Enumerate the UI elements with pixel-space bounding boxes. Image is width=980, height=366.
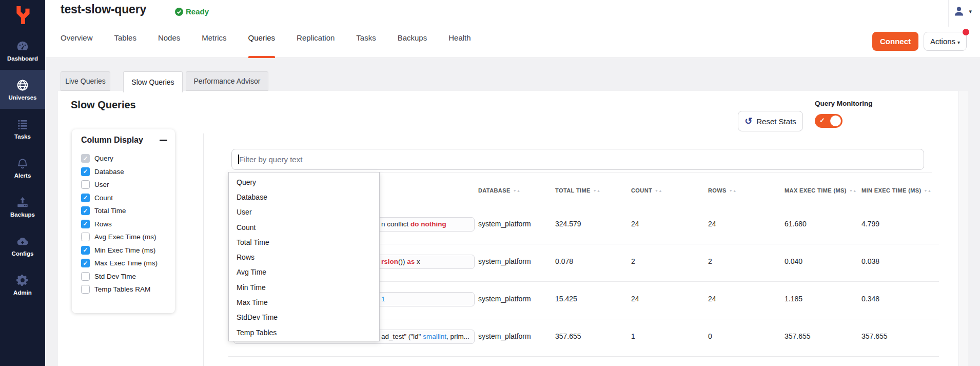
tab-tables[interactable]: Tables xyxy=(114,27,136,58)
cell-database: system_platform xyxy=(478,220,531,228)
checkbox[interactable] xyxy=(81,272,90,281)
query-monitoring-toggle[interactable]: ✓ xyxy=(815,114,842,128)
dropdown-item-stddev-time[interactable]: StdDev Time xyxy=(229,310,379,325)
checkbox[interactable] xyxy=(81,246,90,255)
column-header-database[interactable]: DATABASE▼▲ xyxy=(478,187,520,194)
dropdown-item-user[interactable]: User xyxy=(229,205,379,220)
connect-button[interactable]: Connect xyxy=(872,32,918,51)
column-checkbox-user[interactable]: User xyxy=(81,178,172,191)
query-text: rsion()) as x xyxy=(381,255,420,268)
tab-nodes[interactable]: Nodes xyxy=(158,27,180,58)
checkbox-label: Std Dev Time xyxy=(94,273,136,280)
sidebar-item-admin[interactable]: Admin xyxy=(0,265,45,304)
sidebar-item-label: Backups xyxy=(10,211,35,218)
collapse-icon[interactable] xyxy=(160,140,167,141)
checkbox[interactable] xyxy=(81,259,90,267)
column-checkbox-rows[interactable]: Rows xyxy=(81,218,172,231)
column-checkbox-count[interactable]: Count xyxy=(81,191,172,205)
sidebar-item-dashboard[interactable]: Dashboard xyxy=(0,31,45,70)
sidebar-item-configs[interactable]: Configs xyxy=(0,226,45,265)
column-header-count[interactable]: COUNT▼▲ xyxy=(631,187,662,194)
cell-min-exec-time: 357.655 xyxy=(861,332,888,340)
sort-icons: ▼▲ xyxy=(655,189,662,192)
column-checkbox-max-exec-time-ms[interactable]: Max Exec Time (ms) xyxy=(81,257,172,270)
dropdown-item-rows[interactable]: Rows xyxy=(229,249,379,264)
tab-overview[interactable]: Overview xyxy=(61,27,93,58)
checkbox[interactable] xyxy=(81,220,90,228)
checkbox[interactable] xyxy=(81,233,90,241)
cell-database: system_platform xyxy=(478,295,531,303)
tab-label: Backups xyxy=(398,33,427,42)
sort-icons: ▼▲ xyxy=(924,189,932,192)
dropdown-item-query[interactable]: Query xyxy=(229,175,379,189)
column-checkbox-temp-tables-ram[interactable]: Temp Tables RAM xyxy=(81,283,172,296)
column-checkbox-total-time[interactable]: Total Time xyxy=(81,204,172,218)
sidebar-item-universes[interactable]: Universes xyxy=(0,70,45,109)
subtab-slow-queries[interactable]: Slow Queries xyxy=(123,71,183,92)
column-header-label: MAX EXEC TIME (MS) xyxy=(785,187,847,194)
dropdown-item-min-time[interactable]: Min Time xyxy=(229,280,379,295)
row-separator xyxy=(228,356,939,357)
column-checkbox-min-exec-time-ms[interactable]: Min Exec Time (ms) xyxy=(81,244,172,257)
check-circle-icon xyxy=(175,8,183,16)
header-divider xyxy=(948,0,949,27)
sort-icons: ▼▲ xyxy=(729,189,737,192)
dropdown-item-max-time[interactable]: Max Time xyxy=(229,295,379,310)
sidebar-item-backups[interactable]: Backups xyxy=(0,187,45,226)
tab-metrics[interactable]: Metrics xyxy=(202,27,226,58)
checkbox[interactable] xyxy=(81,167,90,176)
query-segment: 1 xyxy=(381,295,385,303)
reset-stats-button[interactable]: ↺ Reset Stats xyxy=(738,111,803,131)
checkbox-label: Rows xyxy=(94,220,112,228)
checkbox[interactable] xyxy=(81,154,90,163)
query-segment: ()) xyxy=(398,258,407,265)
yugabyte-logo-icon[interactable] xyxy=(0,0,45,31)
checkbox[interactable] xyxy=(81,194,90,202)
universes-icon xyxy=(16,79,29,92)
active-tab-underline xyxy=(248,56,276,58)
tasks-icon xyxy=(16,118,29,131)
sidebar-nav: DashboardUniversesTasksAlertsBackupsConf… xyxy=(0,31,45,304)
query-segment: do nothing xyxy=(410,220,446,228)
cell-count: 2 xyxy=(631,257,635,265)
scrollbar[interactable] xyxy=(958,91,968,366)
tab-replication[interactable]: Replication xyxy=(297,27,335,58)
vertical-divider xyxy=(203,133,204,366)
column-checkbox-avg-exec-time-ms[interactable]: Avg Exec Time (ms) xyxy=(81,230,172,244)
query-segment: x xyxy=(415,258,420,265)
checkbox[interactable] xyxy=(81,180,90,189)
cell-max-exec-time: 0.040 xyxy=(785,257,802,265)
sidebar-item-label: Alerts xyxy=(14,172,31,179)
column-header-rows[interactable]: ROWS▼▲ xyxy=(708,187,737,194)
cell-total-time: 357.655 xyxy=(555,332,581,340)
checkbox[interactable] xyxy=(81,285,90,294)
column-checkbox-database[interactable]: Database xyxy=(81,165,172,179)
slow-queries-panel: Slow Queries ↺ Reset Stats Query Monitor… xyxy=(58,91,968,366)
column-checkbox-query[interactable]: Query xyxy=(81,152,172,165)
user-menu[interactable]: ▾ xyxy=(953,5,972,17)
dropdown-item-total-time[interactable]: Total Time xyxy=(229,235,379,249)
tab-queries[interactable]: Queries xyxy=(248,27,276,58)
column-header-total-time[interactable]: TOTAL TIME▼▲ xyxy=(555,187,600,194)
subtab-performance-advisor[interactable]: Performance Advisor xyxy=(186,71,268,91)
cell-total-time: 324.579 xyxy=(555,220,581,228)
actions-button[interactable]: Actions▾ xyxy=(924,32,967,51)
query-filter-input[interactable] xyxy=(231,149,924,170)
checkbox[interactable] xyxy=(81,206,90,215)
checkbox-label: Total Time xyxy=(94,207,126,215)
column-checkbox-std-dev-time[interactable]: Std Dev Time xyxy=(81,270,172,283)
subtab-live-queries[interactable]: Live Queries xyxy=(61,71,110,91)
dropdown-item-temp-tables[interactable]: Temp Tables xyxy=(229,325,379,340)
tab-tasks[interactable]: Tasks xyxy=(356,27,376,58)
dropdown-item-avg-time[interactable]: Avg Time xyxy=(229,265,379,280)
tab-backups[interactable]: Backups xyxy=(398,27,427,58)
dropdown-item-database[interactable]: Database xyxy=(229,189,379,204)
checkbox-label: Count xyxy=(94,194,113,202)
column-header-min-exec-time-ms[interactable]: MIN EXEC TIME (MS)▼▲ xyxy=(861,187,931,194)
column-header-max-exec-time-ms[interactable]: MAX EXEC TIME (MS)▼▲ xyxy=(785,187,857,194)
dropdown-item-count[interactable]: Count xyxy=(229,220,379,235)
tab-health[interactable]: Health xyxy=(448,27,471,58)
sidebar-item-tasks[interactable]: Tasks xyxy=(0,109,45,148)
sidebar: DashboardUniversesTasksAlertsBackupsConf… xyxy=(0,0,45,366)
sidebar-item-alerts[interactable]: Alerts xyxy=(0,148,45,187)
